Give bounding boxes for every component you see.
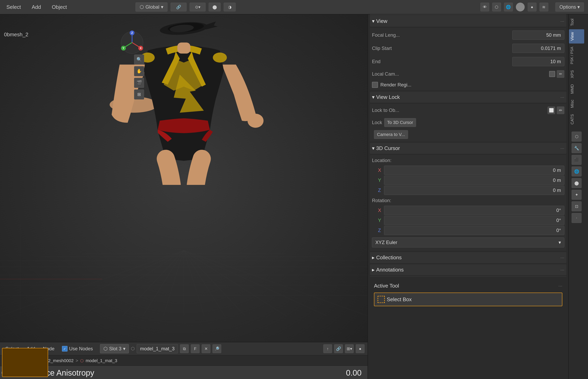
svg-text:Y: Y	[122, 47, 124, 50]
right-icon-1[interactable]: ⬡	[572, 132, 582, 142]
rot-z-label: Z	[372, 228, 384, 233]
annotations-dots[interactable]: ⋯	[560, 268, 564, 272]
right-icon-6[interactable]: ✦	[572, 190, 582, 200]
world-btn[interactable]: 🌐	[504, 3, 513, 11]
subsurface-btn[interactable]: Subsurface Anisotropy 0.00	[8, 366, 368, 379]
loc-x-input[interactable]: 0 m	[384, 166, 564, 175]
right-icon-3[interactable]: ⬛	[572, 155, 582, 165]
focal-length-value[interactable]: 50 mm	[512, 31, 564, 40]
svg-point-24	[213, 52, 227, 63]
node-snap-btn[interactable]: 🔗	[334, 344, 343, 353]
loc-z-label: Z	[372, 188, 384, 193]
to-3d-cursor-btn[interactable]: To 3D Cursor	[384, 118, 416, 127]
view-lock-props: Lock to Ob... ⬜ ✏ Lock To 3D Cursor Came…	[370, 104, 566, 142]
grid-tool[interactable]: ⊞	[134, 89, 144, 99]
node-up-btn[interactable]: ↑	[323, 344, 332, 353]
render-btn[interactable]: ≋	[540, 3, 548, 11]
xray-btn[interactable]: ◑	[224, 3, 236, 11]
right-icon-5[interactable]: ⬤	[572, 178, 582, 188]
collections-section: ▸ Collections ⋯	[370, 252, 566, 263]
loc-y-input[interactable]: 0 m	[384, 176, 564, 185]
right-icon-8[interactable]: ⋅	[572, 213, 582, 223]
shading-icon[interactable]: ●	[528, 3, 537, 11]
svg-line-12	[163, 251, 184, 316]
object-name-label: 0bmesh_2	[4, 32, 28, 38]
overlay-btn[interactable]: ⬤	[209, 3, 221, 11]
rot-y-input[interactable]: 0°	[384, 216, 564, 225]
menu-add[interactable]: Add	[29, 2, 43, 12]
end-value[interactable]: 10 m	[512, 57, 564, 66]
vtab-cats[interactable]: CATS	[569, 111, 584, 127]
lock-to-ob-btn[interactable]: ⬜	[547, 107, 555, 114]
vtab-xps[interactable]: XPS	[569, 67, 584, 81]
rot-z-input[interactable]: 0°	[384, 226, 564, 235]
local-cam-checkbox[interactable]	[549, 71, 555, 77]
vtab-view[interactable]: View	[569, 29, 584, 44]
slot-dropdown[interactable]: ⬡ Slot 3 ▾	[100, 344, 129, 353]
lock-to-ob-edit[interactable]: ✏	[557, 107, 564, 114]
cursor-3d-header[interactable]: ▾ 3D Cursor ⋯	[370, 143, 566, 154]
svg-line-15	[184, 251, 225, 316]
location-xyz-group: X 0 m Y 0 m Z 0 m	[370, 166, 566, 195]
local-cam-edit-btn[interactable]: ✏	[557, 70, 564, 78]
transform-global-btn[interactable]: ⬡ Global ▾	[136, 2, 167, 12]
loc-z-input[interactable]: 0 m	[384, 186, 564, 195]
view-lock-dots[interactable]: ⋯	[560, 95, 564, 100]
viewport-shading-icon[interactable]: 👁	[480, 3, 489, 11]
cursor-3d-title: ▾ 3D Cursor	[372, 145, 400, 151]
slot-arrow: ▾	[123, 346, 125, 351]
view-lock-header[interactable]: ▾ View Lock ⋯	[370, 92, 566, 103]
vtab-psk-psa[interactable]: PSK / PSA	[569, 44, 584, 67]
vtab-mmd[interactable]: MMD	[569, 81, 584, 97]
bottom-node-panel: Select Add Node ✓ Use Nodes ⬡ Slot 3 ▾ ⬡…	[0, 342, 368, 379]
viewport-3d[interactable]: 0bmesh_2	[0, 15, 368, 343]
magnify-tool[interactable]: 🔍	[134, 55, 144, 64]
select-box-btn[interactable]: Select Box	[374, 293, 562, 306]
snap-btn[interactable]: 🔗	[171, 3, 187, 11]
camera-to-v-btn[interactable]: Camera to V...	[374, 130, 408, 139]
camera-to-v-row: Camera to V...	[370, 128, 566, 141]
active-tool-dots[interactable]: ⋯	[558, 284, 562, 288]
options-btn[interactable]: Options ▾	[555, 2, 584, 12]
node-view-btn[interactable]: ⊞▾	[345, 344, 354, 353]
menu-select[interactable]: Select	[4, 2, 23, 12]
cursor-dots[interactable]: ⋯	[560, 146, 564, 151]
browse-mat-btn[interactable]: 🔎	[212, 344, 221, 353]
cursor-props: Location: X 0 m Y 0 m Z 0 m	[370, 155, 566, 251]
proportional-btn[interactable]: ⊙▾	[190, 3, 206, 11]
collections-header[interactable]: ▸ Collections ⋯	[370, 252, 566, 263]
loc-x-row: X 0 m	[372, 166, 564, 175]
collections-dots[interactable]: ⋯	[560, 255, 564, 260]
camera-tool[interactable]: 🎬	[134, 78, 144, 88]
rot-y-label: Y	[372, 218, 384, 223]
slot-icon: ⬡	[104, 346, 108, 351]
mat-breadcrumb: model_1_mat_3	[86, 358, 117, 363]
focal-length-row: Focal Leng... 50 mm	[370, 29, 566, 41]
fake-user-btn[interactable]: F	[191, 344, 200, 353]
copy-mat-btn[interactable]: ⧉	[180, 344, 189, 353]
annotations-header[interactable]: ▸ Annotations ⋯	[370, 264, 566, 275]
active-tool-title: Active Tool	[374, 283, 399, 289]
vtab-tool[interactable]: Tool	[569, 16, 584, 29]
rot-x-input[interactable]: 0°	[384, 206, 564, 215]
pan-tool[interactable]: ✋	[134, 66, 144, 76]
menu-object[interactable]: Object	[49, 2, 69, 12]
view-section-header[interactable]: ▾ View ⋯	[370, 16, 566, 27]
render-regi-checkbox[interactable]	[372, 82, 378, 88]
viewport-mode-icon[interactable]: ⬡	[492, 3, 501, 11]
render-regi-row: Render Regi...	[370, 80, 566, 89]
node-overlay-btn[interactable]: ●	[356, 344, 364, 353]
loc-z-row: Z 0 m	[372, 186, 564, 195]
lock-label: Lock	[372, 120, 382, 125]
vtab-misc[interactable]: Misc	[569, 97, 584, 111]
use-nodes-checkbox[interactable]: ✓	[62, 346, 68, 351]
right-icon-7[interactable]: ⊡	[572, 201, 582, 211]
clip-start-value[interactable]: 0.0171 m	[512, 44, 564, 53]
render-regi-label: Render Regi...	[380, 82, 411, 88]
right-icon-4[interactable]: 🌐	[572, 166, 582, 176]
right-icon-2[interactable]: 🔧	[572, 143, 582, 153]
view-section-dots[interactable]: ⋯	[560, 19, 564, 24]
close-mat-btn[interactable]: ✕	[202, 344, 211, 353]
cursor-3d-collapse: ▾	[372, 145, 375, 151]
rotation-mode-dropdown[interactable]: XYZ Euler ▾	[372, 237, 564, 247]
